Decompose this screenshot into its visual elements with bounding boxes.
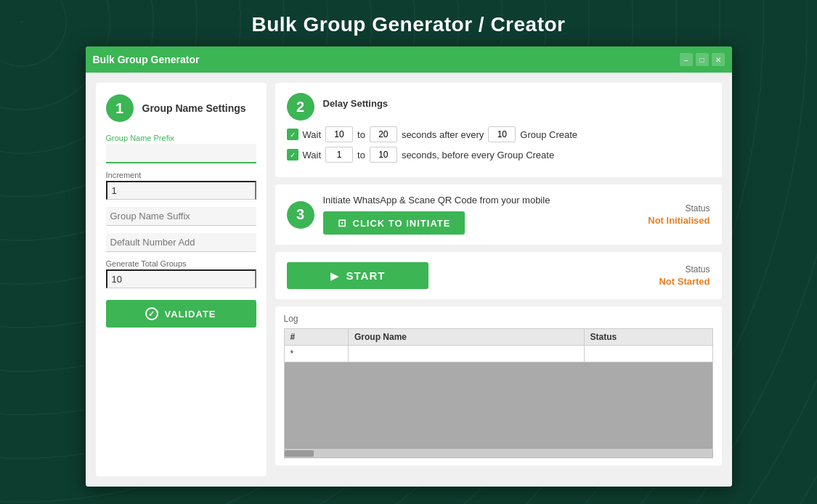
- validate-button[interactable]: ✓ VALIDATE: [106, 300, 256, 328]
- initiate-info: Initiate WhatsApp & Scane QR Code from y…: [323, 195, 640, 235]
- delay-from2[interactable]: [325, 147, 353, 163]
- delay-check1[interactable]: ✓: [287, 129, 298, 140]
- table-row: *: [284, 346, 712, 362]
- delay-to2[interactable]: [370, 147, 397, 163]
- initiate-status-label: Status: [648, 203, 710, 214]
- default-number-field-group: [106, 233, 256, 252]
- log-body-area: [284, 362, 713, 450]
- initiate-icon: ⊡: [338, 217, 347, 229]
- delay-wait-label2: Wait: [303, 150, 322, 160]
- total-groups-label: Generate Total Groups: [106, 259, 256, 268]
- maximize-button[interactable]: □: [696, 53, 709, 66]
- prefix-field-group: Group Name Prefix: [106, 134, 256, 163]
- delay-to-label2: to: [357, 150, 365, 160]
- window-title: Bulk Group Generator: [93, 54, 680, 65]
- initiate-description: Initiate WhatsApp & Scane QR Code from y…: [323, 195, 640, 206]
- start-status-label: Status: [659, 264, 710, 275]
- log-row-group-name: [349, 346, 585, 362]
- start-button[interactable]: ▶ START: [287, 262, 429, 289]
- delay-to1[interactable]: [370, 126, 397, 142]
- window-controls: – □ ✕: [680, 53, 725, 66]
- increment-field-group: Increment: [106, 171, 256, 200]
- page-title: Bulk Group Generator / Creator: [252, 0, 566, 46]
- log-col-group-name: Group Name: [349, 329, 585, 346]
- window-body: 1 Group Name Settings Group Name Prefix …: [86, 73, 732, 487]
- minimize-button[interactable]: –: [680, 53, 693, 66]
- initiate-card: 3 Initiate WhatsApp & Scane QR Code from…: [275, 184, 722, 245]
- log-card: Log # Group Name Status *: [275, 306, 722, 466]
- titlebar: Bulk Group Generator – □ ✕: [86, 46, 732, 73]
- validate-check-icon: ✓: [145, 307, 158, 320]
- delay-row-2: ✓ Wait to seconds, before every Group Cr…: [287, 147, 710, 163]
- suffix-field-group: [106, 207, 256, 226]
- step3-circle: 3: [287, 201, 314, 229]
- start-card: ▶ START Status Not Started: [275, 252, 722, 299]
- log-scrollbar[interactable]: [284, 450, 713, 458]
- initiate-button[interactable]: ⊡ CLICK TO INITIATE: [323, 211, 466, 235]
- delay-settings-card: 2 Delay Settings ✓ Wait to seconds after…: [275, 83, 722, 177]
- delay-wait-label1: Wait: [303, 129, 322, 140]
- delay-row-1: ✓ Wait to seconds after every Group Crea…: [287, 126, 710, 142]
- delay-seconds-label1: seconds after every: [402, 129, 484, 140]
- initiate-status-block: Status Not Initialised: [648, 203, 710, 226]
- close-button[interactable]: ✕: [712, 53, 725, 66]
- validate-label: VALIDATE: [164, 309, 216, 320]
- left-panel: 1 Group Name Settings Group Name Prefix …: [96, 83, 267, 476]
- step1-header: 1 Group Name Settings: [106, 94, 256, 122]
- log-row-status: [584, 346, 712, 362]
- increment-input[interactable]: [106, 181, 256, 200]
- right-panel: 2 Delay Settings ✓ Wait to seconds after…: [275, 83, 722, 476]
- delay-to-label1: to: [357, 129, 365, 140]
- start-status-value: Not Started: [659, 276, 710, 287]
- prefix-label: Group Name Prefix: [106, 134, 256, 142]
- initiate-status-value: Not Initialised: [648, 215, 710, 226]
- application-window: Bulk Group Generator – □ ✕ 1 Group Name …: [86, 46, 732, 487]
- initiate-btn-label: CLICK TO INITIATE: [353, 218, 451, 229]
- step2-circle: 2: [287, 93, 314, 121]
- delay-every1[interactable]: [488, 126, 516, 142]
- total-groups-input[interactable]: [106, 269, 256, 288]
- log-col-status: Status: [584, 329, 712, 346]
- log-label: Log: [284, 314, 713, 324]
- total-groups-field-group: Generate Total Groups: [106, 259, 256, 288]
- delay-title: Delay Settings: [323, 98, 389, 109]
- start-play-icon: ▶: [330, 270, 339, 282]
- delay-from1[interactable]: [325, 126, 353, 142]
- log-col-number: #: [284, 329, 349, 346]
- step1-title: Group Name Settings: [142, 102, 246, 114]
- delay-check2[interactable]: ✓: [287, 149, 298, 160]
- step2-header: 2 Delay Settings: [287, 93, 710, 121]
- delay-seconds-label2: seconds, before every Group Create: [402, 150, 554, 160]
- step1-circle: 1: [106, 94, 134, 122]
- log-scrollbar-thumb: [285, 450, 314, 457]
- log-row-number: *: [284, 346, 349, 362]
- default-number-input[interactable]: [106, 233, 256, 252]
- increment-label: Increment: [106, 171, 256, 179]
- suffix-input[interactable]: [106, 207, 256, 226]
- start-btn-label: START: [346, 269, 386, 282]
- log-table: # Group Name Status *: [284, 328, 713, 362]
- prefix-input[interactable]: [106, 144, 256, 163]
- delay-action-label1: Group Create: [520, 129, 577, 140]
- start-status-block: Status Not Started: [659, 264, 710, 287]
